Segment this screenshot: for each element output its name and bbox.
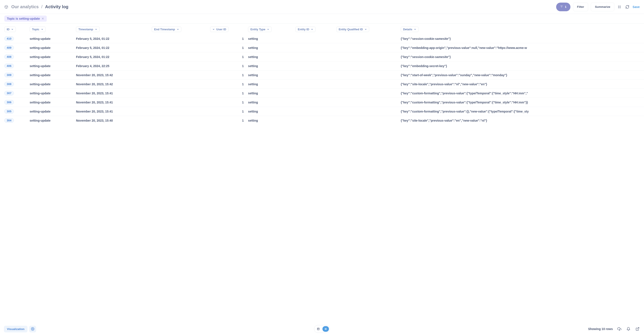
svg-point-13 [326, 329, 326, 330]
id-badge[interactable]: 410 [4, 36, 14, 41]
id-badge[interactable]: 304 [4, 118, 14, 123]
svg-point-3 [32, 328, 33, 329]
refresh-icon[interactable] [625, 4, 630, 10]
breadcrumb-collection[interactable]: Our analytics [11, 4, 39, 9]
svg-point-2 [620, 8, 621, 8]
cell-user-id: 1 [210, 62, 248, 70]
cell-user-id: 1 [210, 89, 248, 98]
cell-user-id: 1 [210, 80, 248, 89]
footer-right: Showing 10 rows [588, 326, 640, 332]
column-header-timestamp[interactable]: Timestamp [76, 26, 99, 32]
cell-timestamp: February 5, 2024, 01:22 [76, 43, 152, 52]
column-label: Entity Qualified ID [339, 28, 363, 31]
column-label: End Timestamp [154, 28, 175, 31]
chevron-down-icon [95, 28, 97, 30]
active-filters-button[interactable]: 1 [556, 2, 570, 11]
cell-user-id: 1 [210, 34, 248, 43]
table-row[interactable]: 307setting-updateNovember 20, 2023, 15:4… [4, 89, 644, 98]
cell-details: {"key":"custom-formatting","previous-val… [401, 107, 644, 116]
summarize-button[interactable]: Summarize [591, 2, 614, 11]
header-bar: Our analytics / Activity log 1 Filter Su… [0, 0, 644, 14]
column-header-id[interactable]: ID [4, 26, 16, 32]
column-header-entity-type[interactable]: Entity Type [248, 26, 272, 32]
column-header-details[interactable]: Details [401, 26, 419, 32]
table-header-row: ID Topic Timestamp End Timestamp [4, 25, 644, 34]
cell-end-timestamp [152, 43, 210, 52]
cell-timestamp: November 20, 2023, 15:41 [76, 89, 152, 98]
column-header-entity-qualified-id[interactable]: Entity Qualified ID [336, 26, 369, 32]
save-button[interactable]: Save [632, 5, 640, 9]
cell-entity-id [296, 107, 336, 116]
cell-end-timestamp [152, 116, 210, 125]
cell-topic: setting-update [30, 80, 76, 89]
filter-icon [560, 5, 563, 9]
cell-entity-type: setting [248, 70, 296, 80]
download-icon[interactable] [617, 326, 622, 332]
svg-point-9 [326, 329, 326, 329]
id-badge[interactable]: 409 [4, 46, 14, 50]
bell-icon[interactable] [626, 326, 631, 332]
id-badge[interactable]: 308 [4, 82, 14, 86]
column-label: Topic [32, 28, 40, 31]
svg-point-1 [620, 7, 621, 7]
gear-icon[interactable] [29, 326, 36, 332]
cell-details: {"key":"site-locale","previous-value":"e… [401, 116, 644, 125]
cell-user-id: 1 [210, 52, 248, 62]
cell-user-id: 1 [210, 116, 248, 125]
column-label: User ID [216, 28, 226, 31]
id-badge[interactable]: 305 [4, 109, 14, 114]
column-label: ID [7, 28, 10, 31]
column-header-entity-id[interactable]: Entity ID [296, 26, 316, 32]
visualization-button[interactable]: Visualization [4, 326, 28, 332]
table-row[interactable]: 408setting-updateFebruary 5, 2024, 01:22… [4, 52, 644, 62]
cell-topic: setting-update [30, 116, 76, 125]
table-row[interactable]: 306setting-updateNovember 20, 2023, 15:4… [4, 98, 644, 107]
cell-entity-type: setting [248, 34, 296, 43]
id-badge[interactable]: 406 [4, 64, 14, 68]
column-header-user-id[interactable]: User ID [210, 26, 229, 32]
grid-view-icon[interactable] [322, 326, 329, 332]
cell-entity-qualified-id [336, 43, 401, 52]
breadcrumb-separator: / [41, 4, 43, 9]
cell-timestamp: November 20, 2023, 15:42 [76, 80, 152, 89]
table-row[interactable]: 305setting-updateNovember 20, 2023, 15:4… [4, 107, 644, 116]
breadcrumb-current[interactable]: Activity log [45, 4, 68, 9]
table-row[interactable]: 309setting-updateNovember 20, 2023, 15:4… [4, 70, 644, 80]
editor-icon[interactable] [617, 4, 622, 10]
id-badge[interactable]: 307 [4, 91, 14, 96]
cell-entity-id [296, 116, 336, 125]
column-header-topic[interactable]: Topic [30, 26, 46, 32]
cell-details: {"key":"embedding-app-origin","previous-… [401, 43, 644, 52]
cell-details: {"key":"start-of-week","previous-value":… [401, 70, 644, 80]
id-badge[interactable]: 309 [4, 73, 14, 77]
table-row[interactable]: 409setting-updateFebruary 5, 2024, 01:22… [4, 43, 644, 52]
filter-button[interactable]: Filter [573, 2, 588, 11]
close-icon[interactable]: ✕ [42, 17, 44, 20]
table-row[interactable]: 308setting-updateNovember 20, 2023, 15:4… [4, 80, 644, 89]
svg-point-0 [620, 6, 621, 6]
column-label: Timestamp [78, 28, 93, 31]
table-row[interactable]: 406setting-updateFebruary 4, 2024, 22:25… [4, 62, 644, 70]
svg-point-6 [326, 328, 326, 328]
share-icon[interactable] [635, 326, 640, 332]
chevron-down-icon [212, 28, 215, 30]
table-row[interactable]: 410setting-updateFebruary 5, 2024, 01:22… [4, 34, 644, 43]
cell-entity-qualified-id [336, 107, 401, 116]
cell-end-timestamp [152, 98, 210, 107]
cell-entity-qualified-id [336, 89, 401, 98]
cell-topic: setting-update [30, 34, 76, 43]
table-view-icon[interactable] [315, 326, 322, 332]
filter-chip-label: Topic is setting-update [7, 17, 40, 20]
svg-rect-4 [317, 328, 319, 330]
cell-end-timestamp [152, 89, 210, 98]
column-header-end-timestamp[interactable]: End Timestamp [152, 26, 181, 32]
id-badge[interactable]: 408 [4, 54, 14, 59]
cell-topic: setting-update [30, 52, 76, 62]
cell-entity-qualified-id [336, 52, 401, 62]
filter-chip-topic[interactable]: Topic is setting-update ✕ [4, 16, 47, 22]
table-row[interactable]: 304setting-updateNovember 20, 2023, 15:4… [4, 116, 644, 125]
id-badge[interactable]: 306 [4, 100, 14, 104]
cell-timestamp: November 20, 2023, 15:40 [76, 116, 152, 125]
cell-entity-type: setting [248, 89, 296, 98]
cell-entity-id [296, 43, 336, 52]
